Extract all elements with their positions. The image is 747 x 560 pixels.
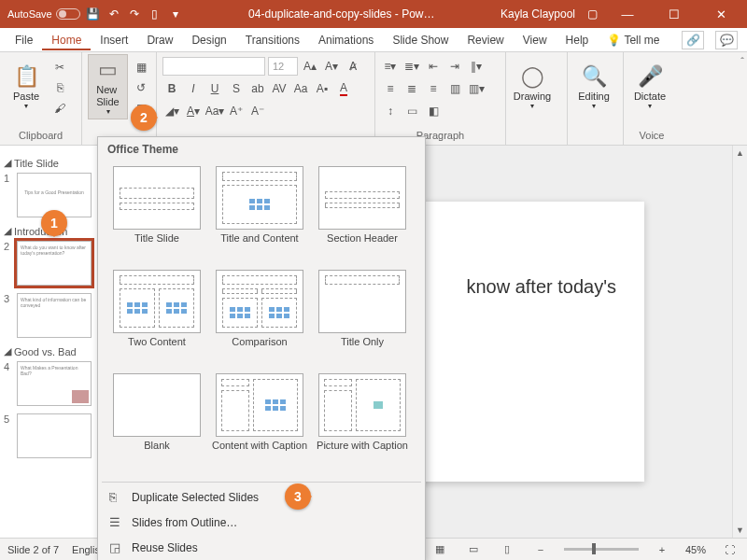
underline-button[interactable]: U	[205, 79, 224, 98]
qat-more-icon[interactable]: ▾	[168, 7, 183, 21]
scroll-up-icon[interactable]: ▲	[736, 148, 744, 158]
tab-file[interactable]: File	[6, 30, 42, 50]
justify-icon[interactable]: ▥	[445, 79, 464, 98]
spacing-button[interactable]: AV	[270, 79, 289, 98]
layout-content-caption[interactable]: Content with Caption	[208, 369, 311, 469]
font-size-select[interactable]: 12	[268, 57, 298, 76]
bold-button[interactable]: B	[162, 79, 181, 98]
italic-button[interactable]: I	[184, 79, 203, 98]
cut-icon[interactable]: ✂	[50, 58, 69, 77]
tab-help[interactable]: Help	[557, 30, 599, 50]
thumbnail-5[interactable]	[17, 413, 92, 458]
indent-dec-icon[interactable]: ⇤	[424, 57, 443, 76]
layout-icon[interactable]: ▦	[132, 58, 150, 77]
clear-format-icon[interactable]: A̷	[344, 57, 362, 76]
layout-picture-caption[interactable]: Picture with Caption	[311, 369, 414, 469]
format-painter-icon[interactable]: 🖌	[50, 99, 69, 118]
sorter-view-icon[interactable]: ▦	[430, 541, 450, 558]
maximize-button[interactable]: ☐	[655, 0, 693, 28]
align-center-icon[interactable]: ≣	[402, 79, 421, 98]
redo-icon[interactable]: ↷	[127, 7, 142, 21]
change-case[interactable]: Aa▾	[205, 102, 224, 120]
share-button[interactable]: 🔗	[682, 31, 704, 49]
shadow-button[interactable]: ab	[248, 79, 267, 98]
text-direction-icon[interactable]: ↕	[381, 102, 400, 120]
thumbnail-3[interactable]: What kind of information can be conveyed	[17, 293, 92, 338]
strike-button[interactable]: S	[227, 79, 246, 98]
undo-icon[interactable]: ↶	[106, 7, 121, 21]
columns-icon[interactable]: ▥▾	[467, 79, 486, 98]
new-slide-button[interactable]: ▭ New Slide▾	[88, 54, 128, 119]
tell-me[interactable]: 💡 Tell me	[598, 30, 669, 50]
slides-from-outline-item[interactable]: ☰Slides from Outline…	[98, 510, 425, 535]
dictate-button[interactable]: 🎤Dictate▾	[629, 54, 670, 119]
tab-design[interactable]: Design	[182, 30, 235, 50]
section-good-bad[interactable]: ◢ Good vs. Bad	[4, 345, 104, 357]
tab-draw[interactable]: Draw	[137, 30, 182, 50]
tab-slideshow[interactable]: Slide Show	[383, 30, 458, 50]
font-color-button[interactable]: A	[334, 79, 353, 98]
comments-button[interactable]: 💬	[715, 31, 738, 49]
fit-window-icon[interactable]: ⛶	[719, 541, 740, 558]
close-button[interactable]: ✕	[702, 0, 740, 28]
duplicate-slides-item[interactable]: ⎘ Duplicate Selected Slides 3	[98, 484, 425, 510]
layout-comparison[interactable]: Comparison	[208, 265, 311, 365]
case-button[interactable]: Aa	[291, 79, 310, 98]
zoom-out-button[interactable]: −	[530, 541, 551, 558]
tab-view[interactable]: View	[514, 30, 557, 50]
zoom-level[interactable]: 45%	[685, 544, 706, 555]
layout-blank[interactable]: Blank	[106, 369, 208, 469]
highlight-button[interactable]: A▪	[313, 79, 331, 98]
reset-icon[interactable]: ↺	[132, 78, 150, 97]
tab-insert[interactable]: Insert	[91, 30, 137, 50]
increase-font-icon[interactable]: A▴	[301, 57, 319, 76]
scroll-down-icon[interactable]: ▼	[736, 525, 744, 535]
section-introduction[interactable]: ◢ Introduction 1	[4, 225, 104, 237]
align-right-icon[interactable]: ≡	[424, 79, 443, 98]
tab-home[interactable]: Home	[42, 30, 91, 50]
drawing-button[interactable]: ◯Drawing▾	[512, 54, 553, 119]
decrease-font-icon[interactable]: A▾	[322, 57, 341, 76]
reading-view-icon[interactable]: ▭	[463, 541, 484, 558]
tab-review[interactable]: Review	[458, 30, 513, 50]
section-title-slide[interactable]: ◢ Title Slide	[4, 157, 104, 169]
layout-two-content[interactable]: Two Content	[106, 265, 208, 365]
zoom-slider[interactable]	[564, 548, 639, 551]
thumbnail-2[interactable]: What do you want to know after today's p…	[17, 241, 92, 286]
save-icon[interactable]: 💾	[86, 7, 101, 21]
subscript[interactable]: A⁻	[248, 102, 267, 120]
slideshow-view-icon[interactable]: ▯	[497, 541, 517, 558]
collapse-ribbon-icon[interactable]: ˆ	[740, 56, 744, 67]
indent-inc-icon[interactable]: ⇥	[445, 57, 464, 76]
tab-animations[interactable]: Animations	[309, 30, 383, 50]
start-from-beginning-icon[interactable]: ▯	[148, 7, 162, 21]
align-text-icon[interactable]: ▭	[402, 102, 421, 120]
tab-transitions[interactable]: Transitions	[236, 30, 309, 50]
line-spacing-icon[interactable]: ‖▾	[467, 57, 486, 76]
layout-title-only[interactable]: Title Only	[311, 265, 414, 365]
highlight-more[interactable]: A▾	[184, 102, 203, 120]
layout-section-header[interactable]: Section Header	[311, 161, 414, 261]
thumbnail-4[interactable]: What Makes a Presentation Bad?	[17, 361, 92, 406]
numbering-icon[interactable]: ≣▾	[402, 57, 421, 76]
align-left-icon[interactable]: ≡	[381, 79, 400, 98]
superscript[interactable]: A⁺	[227, 102, 246, 120]
layout-title-slide[interactable]: Title Slide	[106, 161, 208, 261]
layout-title-content[interactable]: Title and Content	[208, 161, 311, 261]
reuse-slides-item[interactable]: ◲Reuse Slides	[98, 535, 425, 560]
zoom-in-button[interactable]: +	[652, 541, 672, 558]
font-color-more[interactable]: ◢▾	[162, 102, 181, 120]
vertical-scrollbar[interactable]: ▲ ▼	[732, 146, 747, 538]
slide-thumbnails-pane[interactable]: ◢ Title Slide 1Tips for a Good Presentat…	[0, 146, 108, 538]
smartart-icon[interactable]: ◧	[424, 102, 443, 120]
bullets-icon[interactable]: ≡▾	[381, 57, 400, 76]
font-face-select[interactable]	[162, 57, 265, 76]
minimize-button[interactable]: —	[609, 0, 646, 28]
autosave-toggle[interactable]: AutoSave	[7, 8, 80, 20]
user-name[interactable]: Kayla Claypool	[500, 7, 575, 21]
ribbon-options-icon[interactable]: ▢	[585, 7, 599, 21]
editing-button[interactable]: 🔍Editing▾	[573, 54, 614, 119]
paste-button[interactable]: 📋 Paste▾	[6, 54, 47, 119]
slide-counter[interactable]: Slide 2 of 7	[7, 544, 59, 555]
copy-icon[interactable]: ⎘	[50, 78, 69, 97]
